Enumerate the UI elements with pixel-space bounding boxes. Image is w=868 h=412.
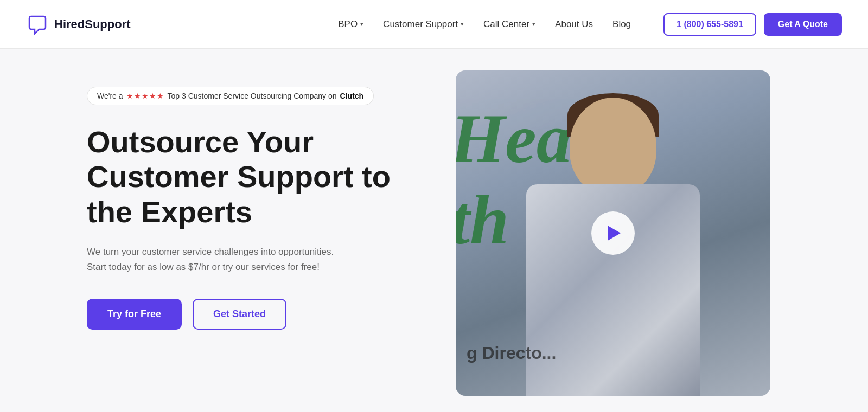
- chevron-down-icon: ▾: [360, 21, 363, 28]
- logo-area[interactable]: HiredSupport: [26, 13, 131, 36]
- hero-title: Outsource Your Customer Support to the E…: [87, 125, 423, 229]
- nav-item-bpo[interactable]: BPO ▾: [338, 19, 363, 30]
- nav-item-about[interactable]: About Us: [555, 19, 593, 30]
- badge-suffix: Top 3 Customer Service Outsourcing Compa…: [168, 92, 337, 100]
- nav-item-blog[interactable]: Blog: [612, 19, 631, 30]
- try-free-button[interactable]: Try for Free: [87, 299, 182, 330]
- background-text-2: th: [456, 179, 509, 260]
- nav-item-call-center[interactable]: Call Center ▾: [483, 19, 535, 30]
- play-icon: [608, 226, 621, 241]
- person-head: [570, 98, 656, 195]
- nav-links: BPO ▾ Customer Support ▾ Call Center ▾ A…: [338, 19, 631, 30]
- brand-name: HiredSupport: [54, 17, 131, 31]
- rating-badge: We're a ★★★★★ Top 3 Customer Service Out…: [87, 87, 374, 105]
- nav-item-customer-support[interactable]: Customer Support ▾: [383, 19, 464, 30]
- get-started-button[interactable]: Get Started: [193, 299, 286, 330]
- hero-description: We turn your customer service challenges…: [87, 244, 347, 275]
- badge-brand: Clutch: [340, 92, 364, 100]
- hero-left: We're a ★★★★★ Top 3 Customer Service Out…: [87, 76, 423, 330]
- nav-actions: 1 (800) 655-5891 Get A Quote: [663, 13, 842, 36]
- navbar: HiredSupport BPO ▾ Customer Support ▾ Ca…: [0, 0, 868, 49]
- badge-text: We're a: [97, 92, 123, 100]
- hero-buttons: Try for Free Get Started: [87, 299, 423, 330]
- chevron-down-icon: ▾: [532, 21, 535, 28]
- logo-icon: [26, 13, 49, 36]
- hero-section: We're a ★★★★★ Top 3 Customer Service Out…: [0, 49, 868, 412]
- get-quote-button[interactable]: Get A Quote: [764, 13, 842, 36]
- star-rating: ★★★★★: [126, 92, 164, 100]
- hero-right: Heal th g Directo...: [456, 70, 770, 396]
- chevron-down-icon: ▾: [461, 21, 464, 28]
- phone-button[interactable]: 1 (800) 655-5891: [663, 13, 756, 36]
- video-container[interactable]: Heal th g Directo...: [456, 70, 770, 396]
- play-button[interactable]: [591, 211, 635, 255]
